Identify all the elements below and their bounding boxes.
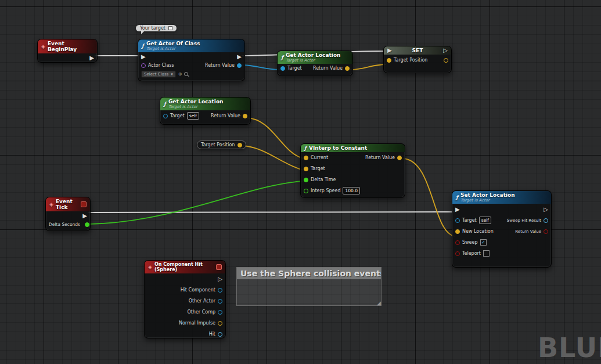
node-title: SET: [412, 48, 423, 53]
node-get-actor-of-class[interactable]: ƒ Get Actor Of Class Target is Actor ▶ ▶…: [138, 39, 245, 81]
wire-vector-location-to-vinterp-current[interactable]: [247, 118, 303, 158]
function-icon: ƒ: [142, 43, 144, 49]
exec-in-pin[interactable]: ▶: [455, 207, 460, 212]
delta-time-pin[interactable]: [304, 178, 308, 182]
exec-out-pin[interactable]: ▶: [237, 54, 242, 60]
node-on-component-hit[interactable]: ◈ On Component Hit (Sphere) ▷ Hit Compon…: [144, 260, 226, 338]
interp-speed-field[interactable]: 100.0: [343, 187, 359, 194]
target-pin[interactable]: [163, 114, 168, 118]
wire-float-deltaseconds-to-deltatime[interactable]: [88, 181, 303, 224]
event-icon: ◈: [148, 264, 152, 270]
exec-out-pin[interactable]: ▶: [82, 213, 87, 219]
wire-object-returnvalue-to-target[interactable]: [242, 65, 280, 70]
other-comp-pin[interactable]: [218, 310, 222, 315]
node-subtitle: Target is Actor: [286, 58, 341, 63]
sweep-checkbox[interactable]: [480, 239, 487, 246]
pin-label: Normal Impulse: [179, 320, 215, 326]
return-value-pin[interactable]: [237, 63, 242, 68]
bubble-pin-toggle-icon[interactable]: [168, 26, 172, 30]
return-value-pin[interactable]: [243, 114, 247, 118]
use-selected-icon[interactable]: ⊕: [178, 71, 182, 77]
wire-vector-location-to-setvariable[interactable]: [350, 64, 386, 70]
target-self-field[interactable]: self: [479, 217, 491, 224]
actor-class-pin[interactable]: [141, 63, 146, 68]
dropdown-value: Select Class: [144, 72, 168, 77]
sweep-hit-result-pin[interactable]: [544, 218, 548, 223]
node-title: On Component Hit (Sphere): [154, 262, 214, 272]
wire-vector-vinterp-to-newlocation[interactable]: [403, 158, 455, 236]
node-comment-bubble[interactable]: Your target: [136, 25, 177, 31]
sweep-pin[interactable]: [455, 240, 460, 245]
function-icon: ƒ: [281, 55, 283, 60]
new-location-pin[interactable]: [455, 229, 460, 234]
return-value-pin[interactable]: [345, 66, 350, 71]
node-title: Event BeginPlay: [48, 41, 93, 52]
pin-label: Sweep: [462, 240, 478, 245]
delta-seconds-pin[interactable]: [85, 222, 89, 227]
select-class-dropdown[interactable]: Select Class ▾: [141, 71, 176, 78]
node-set-actor-location[interactable]: ƒ Set Actor Location Target is Actor ▶ ▷…: [452, 190, 552, 268]
interp-speed-pin[interactable]: [304, 189, 308, 193]
exec-out-pin[interactable]: ▷: [218, 276, 222, 282]
event-flag-icon: [81, 201, 87, 207]
target-pin[interactable]: [280, 66, 285, 71]
node-vinterp-to-constant[interactable]: ƒ VInterp to Constant Current Return Val…: [300, 143, 405, 198]
pin-label: Return Value: [365, 155, 395, 160]
event-icon: ◈: [49, 201, 53, 207]
wire-vector-targetposition-to-vinterp-target[interactable]: [243, 146, 303, 170]
node-subtitle: Target is Actor: [168, 104, 224, 109]
pin-label: Hit: [209, 331, 215, 337]
comment-title[interactable]: Use the Sphere collision events: [237, 268, 381, 279]
pin-label: Other Comp: [187, 309, 215, 315]
pin-label: Return Value: [313, 66, 343, 71]
pin-label: Target: [287, 66, 302, 71]
exec-out-pin[interactable]: ▷: [544, 207, 548, 212]
target-pin[interactable]: [455, 218, 460, 223]
node-subtitle: Target is Actor: [460, 198, 515, 203]
exec-out-pin[interactable]: ▷: [443, 48, 448, 53]
pin-label: Return Value: [205, 63, 235, 68]
comment-box[interactable]: Use the Sphere collision events ◢: [236, 267, 382, 306]
node-title: Get Actor Of Class: [146, 41, 200, 46]
variable-get-target-position[interactable]: Target Position: [197, 140, 246, 149]
pin-label: Target: [462, 218, 477, 223]
bubble-text: Your target: [140, 26, 165, 31]
target-pin[interactable]: [304, 167, 308, 171]
node-set-target-position[interactable]: ▶ SET ▷ Target Position: [383, 46, 452, 73]
return-value-pin[interactable]: [544, 229, 548, 234]
node-event-tick[interactable]: ◈ Event Tick ▶ Delta Seconds: [45, 197, 91, 231]
node-title: Get Actor Location: [168, 99, 224, 104]
pin-label: Target: [170, 113, 185, 118]
hit-pin[interactable]: [218, 332, 222, 337]
pin-label: Current: [311, 155, 328, 160]
exec-out-pin[interactable]: ▶: [89, 55, 94, 61]
current-pin[interactable]: [304, 156, 308, 160]
node-event-beginplay[interactable]: ◈ Event BeginPlay ▶: [37, 39, 98, 63]
pin-label: Teleport: [462, 251, 481, 256]
wire-exec-eventtick-to-setactorlocation[interactable]: [88, 212, 455, 212]
value-out-pin[interactable]: [444, 58, 448, 63]
pin-label: Sweep Hit Result: [507, 218, 541, 223]
function-icon: ƒ: [456, 194, 458, 200]
other-actor-pin[interactable]: [218, 299, 222, 304]
node-title: Event Tick: [56, 199, 78, 210]
event-icon: ◈: [41, 44, 45, 49]
function-icon: ƒ: [304, 145, 307, 151]
hit-component-pin[interactable]: [218, 288, 222, 293]
search-icon[interactable]: [184, 72, 188, 76]
exec-in-pin[interactable]: ▶: [387, 48, 392, 53]
resize-handle-icon[interactable]: ◢: [377, 301, 381, 306]
target-position-in-pin[interactable]: [387, 58, 391, 63]
blueprint-graph-canvas[interactable]: BLUE Use the Sphere collision events ◢ ◈…: [0, 0, 601, 364]
teleport-checkbox[interactable]: [483, 250, 490, 257]
teleport-pin[interactable]: [455, 251, 460, 256]
return-value-pin[interactable]: [397, 156, 402, 160]
value-out-pin[interactable]: [237, 143, 242, 147]
node-get-actor-location-top[interactable]: ƒ Get Actor Location Target is Actor Tar…: [277, 51, 353, 76]
normal-impulse-pin[interactable]: [218, 321, 222, 326]
exec-in-pin[interactable]: ▶: [141, 54, 146, 60]
chevron-down-icon: ▾: [171, 72, 173, 77]
target-self-field[interactable]: self: [187, 112, 199, 120]
pin-label: Delta Time: [311, 177, 336, 182]
node-get-actor-location-self[interactable]: ƒ Get Actor Location Target is Actor Tar…: [160, 97, 251, 125]
